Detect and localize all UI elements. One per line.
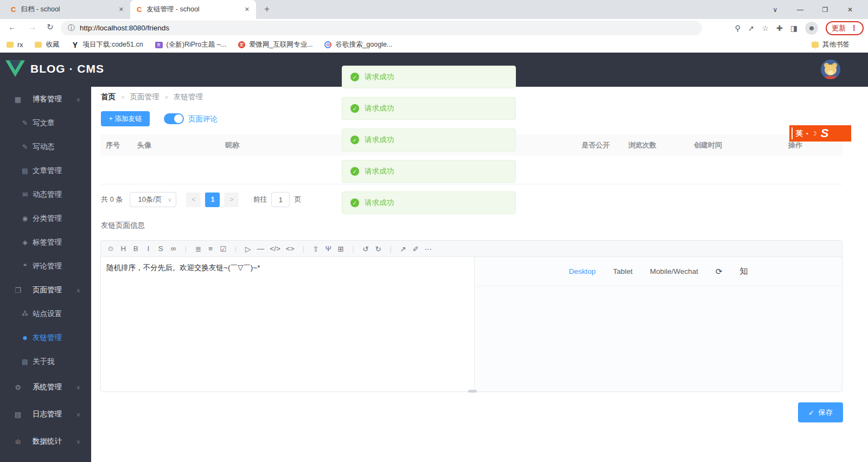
undo-icon[interactable]: ↺	[362, 245, 369, 253]
other-bookmarks[interactable]: 其他书签	[812, 40, 850, 49]
sidebar-item[interactable]: ▤ 日志管理 ∨	[0, 401, 91, 428]
next-page-button[interactable]: >	[224, 193, 239, 207]
sogou-ime-bar[interactable]: 英 • ☽ S	[789, 125, 851, 142]
sidebar-item[interactable]: ✎ 写文章	[0, 111, 91, 135]
sidebar-item[interactable]: ✎ 写动态	[0, 135, 91, 159]
sidebar-item[interactable]: ▦ 博客管理 ∧	[0, 87, 91, 111]
sidebar-item[interactable]: ◉ 分类管理	[0, 207, 91, 230]
upload-icon[interactable]: ⇧	[312, 245, 320, 253]
preview-refresh-icon[interactable]: ⟳	[716, 267, 723, 277]
folder-icon	[35, 42, 42, 48]
italic-icon[interactable]: I	[145, 245, 152, 253]
browser-tab-archive[interactable]: C 归档 - school ✕	[4, 0, 130, 19]
separator[interactable]: |	[300, 245, 307, 253]
hr-icon[interactable]: —	[257, 245, 265, 253]
minimize-icon[interactable]: —	[788, 6, 813, 14]
more-icon[interactable]: ⋯	[425, 245, 432, 253]
editor-resize-handle[interactable]	[468, 390, 477, 393]
heading-icon[interactable]: H	[120, 245, 127, 253]
reload-icon[interactable]: ↻	[47, 22, 54, 32]
restore-icon[interactable]: ❐	[813, 6, 838, 14]
sidebar-item[interactable]: ▤ 文章管理	[0, 159, 91, 183]
extensions-icon[interactable]: ✚	[776, 24, 783, 33]
update-button[interactable]: 更新 ⋮	[826, 21, 864, 35]
ime-mode-label[interactable]: 英	[796, 129, 803, 138]
profile-avatar[interactable]: ☻	[805, 22, 818, 35]
preview-device-tab[interactable]: Desktop	[569, 267, 596, 275]
sidebar-item[interactable]: ◈ 标签管理	[0, 230, 91, 254]
sidebar-item-label: 站点设置	[33, 309, 62, 319]
bookmark-item[interactable]: 爱 爱微网_互联网专业...	[238, 40, 312, 49]
tab-close-icon[interactable]: ✕	[245, 6, 250, 13]
gear-icon: ⚙	[14, 383, 22, 392]
star-icon[interactable]: ☆	[762, 24, 769, 33]
zhihu-icon[interactable]: 知	[740, 266, 748, 277]
inline-code-icon[interactable]: <>	[286, 245, 295, 253]
tab-close-icon[interactable]: ✕	[119, 6, 124, 13]
sidebar-item[interactable]: ılı 数据统计 ∨	[0, 428, 91, 455]
save-button[interactable]: ✓ 保存	[798, 402, 843, 422]
sidebar-item[interactable]: ❐ 页面管理 ∧	[0, 278, 91, 302]
sidebar-item[interactable]: ❝ 评论管理	[0, 254, 91, 278]
bookmark-item[interactable]: G 谷歌搜索_google...	[324, 40, 392, 49]
page-size-select[interactable]: 10条/页 ∨	[130, 192, 176, 207]
separator[interactable]: |	[182, 245, 189, 253]
fullscreen-icon[interactable]: ↗	[400, 245, 407, 253]
browser-tab-friends[interactable]: C 友链管理 - school ✕	[130, 0, 256, 19]
back-icon[interactable]: ←	[8, 22, 16, 31]
sidebar-item[interactable]: ⁂ 站点设置	[0, 302, 91, 326]
bold-icon[interactable]: B	[132, 245, 139, 253]
separator[interactable]: |	[350, 245, 357, 253]
address-bar: ← → ↻ ⓘ http://localhost:8080/friends ⚲➚…	[0, 19, 868, 37]
pencil-icon: ✎	[21, 119, 29, 127]
breadcrumb-item[interactable]: 页面管理	[130, 92, 159, 102]
code-block-icon[interactable]: </>	[270, 245, 280, 253]
close-icon[interactable]: ✕	[838, 6, 863, 14]
sidebar-item[interactable]: ⚙ 系统管理 ∨	[0, 374, 91, 401]
current-page-button[interactable]: 1	[205, 193, 220, 207]
sogou-logo-icon[interactable]: S	[821, 126, 829, 140]
prev-page-button[interactable]: <	[186, 193, 201, 207]
ime-moon-icon[interactable]: ☽	[812, 130, 817, 137]
preview-edit-icon[interactable]: ✐	[412, 245, 419, 253]
chevron-down-icon[interactable]: ∨	[763, 6, 788, 14]
forward-icon[interactable]: →	[28, 22, 36, 31]
unordered-list-icon[interactable]: ≣	[195, 245, 202, 253]
quote-icon[interactable]: ▷	[245, 245, 252, 253]
share-icon[interactable]: ➚	[748, 24, 755, 33]
url-input[interactable]: ⓘ http://localhost:8080/friends	[61, 21, 702, 35]
mic-icon[interactable]: Ψ	[325, 245, 332, 253]
page-comment-toggle[interactable]	[164, 113, 184, 124]
add-friend-link-button[interactable]: + 添加友链	[101, 111, 150, 126]
sidebar-item[interactable]: ▤ 关于我	[0, 350, 91, 374]
separator[interactable]: |	[387, 245, 394, 253]
link-icon[interactable]: ∞	[170, 245, 177, 253]
redo-icon[interactable]: ↻	[375, 245, 382, 253]
menu-dots-icon[interactable]: ⋮	[851, 24, 858, 32]
preview-device-tab[interactable]: Tablet	[613, 267, 633, 275]
table-icon[interactable]: ⊞	[337, 245, 344, 253]
breadcrumb-item[interactable]: 友链管理	[174, 92, 203, 102]
sidebar-item[interactable]: ✉ 动态管理	[0, 183, 91, 207]
breadcrumb-item[interactable]: 首页	[101, 92, 116, 102]
separator[interactable]: |	[232, 245, 239, 253]
zoom-icon[interactable]: ⚲	[735, 24, 740, 33]
editor-textarea[interactable]: 随机排序，不分先后。欢迎交换友链~(￣▽￣)~*	[101, 257, 475, 392]
bookmark-item[interactable]: 收藏	[35, 40, 59, 49]
breadcrumb-item[interactable]: >	[121, 94, 124, 100]
goto-page-input[interactable]	[271, 192, 290, 207]
bookmark-item[interactable]: rx	[7, 40, 23, 49]
checklist-icon[interactable]: ☑	[220, 245, 227, 253]
bookmark-item[interactable]: Y 项目下载:code51.cn	[71, 40, 143, 49]
preview-device-tab[interactable]: Mobile/Wechat	[650, 267, 698, 275]
side-panel-icon[interactable]: ◨	[790, 24, 797, 33]
new-tab-button[interactable]: +	[264, 4, 270, 15]
bookmark-item[interactable]: 资 (全新)RiPro主题 –...	[155, 40, 226, 49]
breadcrumb-item[interactable]: >	[164, 94, 168, 100]
sidebar-item[interactable]: ☻ 友链管理	[0, 326, 91, 350]
strikethrough-icon[interactable]: S	[157, 245, 164, 253]
user-avatar[interactable]	[821, 60, 840, 79]
emoji-icon[interactable]: ☺	[107, 245, 114, 253]
site-info-icon[interactable]: ⓘ	[68, 23, 75, 33]
ordered-list-icon[interactable]: ≡	[207, 245, 214, 253]
